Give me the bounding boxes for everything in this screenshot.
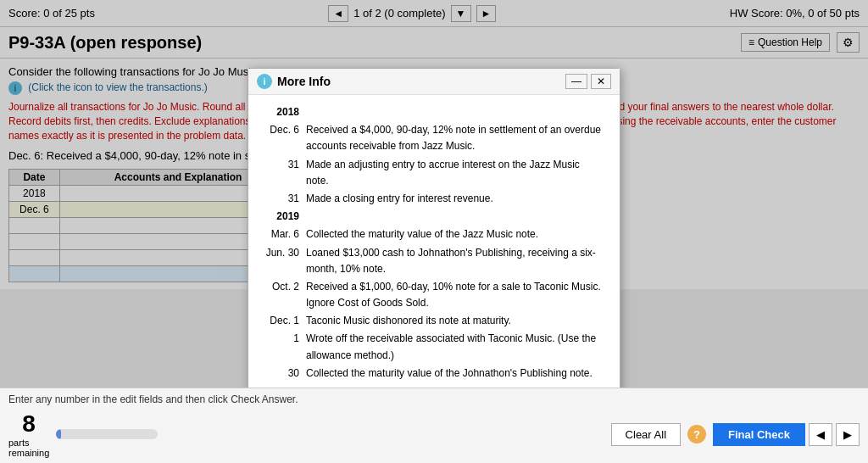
transactions-table: 2018 Dec. 6 Received a $4,000, 90-day, 1… — [260, 103, 608, 289]
year-row: 2018 — [260, 103, 608, 121]
list-item: 31 Made a closing entry for interest rev… — [260, 190, 608, 208]
year-text — [303, 103, 608, 121]
list-item: Oct. 2 Received a $1,000, 60-day, 10% no… — [260, 278, 608, 290]
modal-title: i More Info — [257, 74, 331, 89]
more-info-modal: i More Info — ✕ 2018 Dec. 6 Received a $… — [248, 68, 620, 289]
transaction-text: Collected the maturity value of the Jazz… — [303, 226, 608, 243]
modal-overlay: i More Info — ✕ 2018 Dec. 6 Received a $… — [0, 0, 868, 289]
date-cell: Dec. 6 — [260, 121, 303, 155]
date-cell: 31 — [260, 190, 303, 208]
transaction-text: Made a closing entry for interest revenu… — [303, 190, 608, 208]
year-row: 2019 — [260, 208, 608, 226]
modal-minimize-button[interactable]: — — [565, 74, 587, 89]
date-cell: Jun. 30 — [260, 244, 303, 278]
modal-title-text: More Info — [277, 75, 331, 88]
list-item: Jun. 30 Loaned $13,000 cash to Johnathon… — [260, 244, 608, 278]
list-item: 31 Made an adjusting entry to accrue int… — [260, 156, 608, 190]
year-label: 2018 — [260, 103, 303, 121]
year-label: 2019 — [260, 208, 303, 226]
date-cell: Oct. 2 — [260, 278, 303, 290]
modal-body: 2018 Dec. 6 Received a $4,000, 90-day, 1… — [248, 95, 620, 289]
transaction-text: Received a $1,000, 60-day, 10% note for … — [303, 278, 608, 290]
date-cell: 31 — [260, 156, 303, 190]
transaction-text: Loaned $13,000 cash to Johnathon's Publi… — [303, 244, 608, 278]
transaction-text: Received a $4,000, 90-day, 12% note in s… — [303, 121, 608, 155]
modal-info-icon: i — [257, 74, 272, 89]
list-item: Mar. 6 Collected the maturity value of t… — [260, 226, 608, 243]
modal-titlebar: i More Info — ✕ — [248, 69, 620, 95]
transaction-text: Made an adjusting entry to accrue intere… — [303, 156, 608, 190]
modal-close-button[interactable]: ✕ — [591, 74, 611, 89]
year-text — [303, 208, 608, 226]
list-item: Dec. 6 Received a $4,000, 90-day, 12% no… — [260, 121, 608, 155]
modal-window-controls: — ✕ — [565, 74, 611, 89]
date-cell: Mar. 6 — [260, 226, 303, 243]
